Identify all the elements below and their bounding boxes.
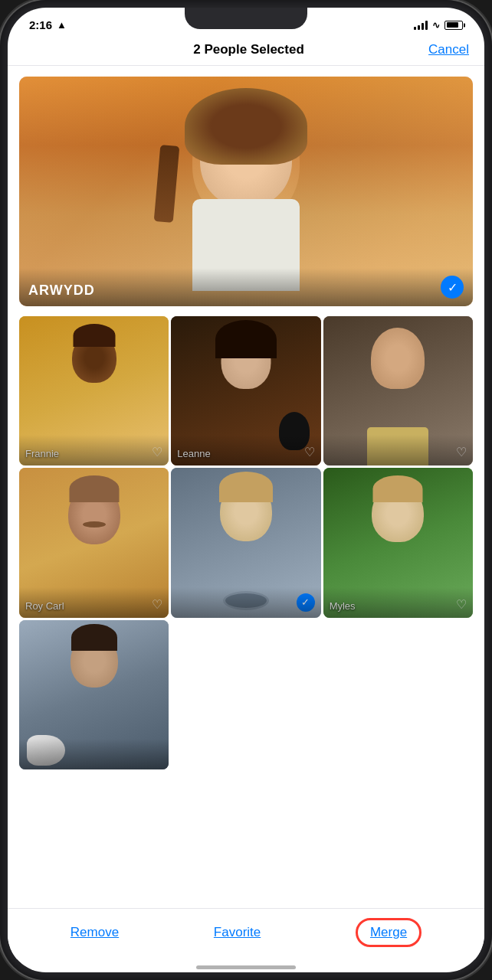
page-title: 2 People Selected	[193, 42, 304, 57]
featured-name: ARWYDD	[28, 283, 95, 299]
notch	[185, 8, 307, 29]
person-cell-myles[interactable]: Myles ♡	[323, 468, 473, 617]
signal-icon	[414, 21, 428, 30]
location-icon: ▲	[57, 19, 67, 31]
home-indicator	[196, 965, 296, 969]
person-cell-teen[interactable]: ✓	[171, 468, 320, 617]
photo-frannie	[19, 316, 169, 466]
person-cell-leanne[interactable]: Leanne ♡	[171, 316, 320, 466]
photo-bald	[323, 316, 473, 466]
phone-frame: 2:16 ▲ ∿ 2 People Selected Cancel	[0, 0, 492, 980]
status-icons: ∿	[414, 20, 463, 31]
photo-teen	[171, 468, 320, 617]
status-time-area: 2:16 ▲	[29, 18, 67, 31]
remove-button[interactable]: Remove	[71, 925, 119, 940]
time-display: 2:16	[29, 18, 52, 31]
phone-screen: 2:16 ▲ ∿ 2 People Selected Cancel	[8, 8, 484, 972]
wifi-icon: ∿	[432, 20, 440, 31]
featured-bottom-bar: ARWYDD ✓	[19, 268, 473, 306]
person-cell-bald[interactable]: ♡	[323, 316, 473, 466]
action-bar: Remove Favorite Merge	[8, 908, 484, 959]
favorite-button[interactable]: Favorite	[214, 925, 261, 940]
person-cell-womandog[interactable]	[19, 620, 169, 769]
featured-person-card[interactable]: ARWYDD ✓	[19, 77, 473, 306]
person-cell-roycarl[interactable]: Roy Carl ♡	[19, 468, 169, 617]
featured-check-icon: ✓	[441, 276, 464, 299]
battery-icon	[444, 21, 463, 30]
nav-bar: 2 People Selected Cancel	[8, 36, 484, 66]
people-grid: Frannie ♡ Leanne ♡	[8, 314, 484, 772]
photo-womandog	[19, 620, 169, 769]
photo-myles	[323, 468, 473, 617]
person-cell-frannie[interactable]: Frannie ♡	[19, 316, 169, 466]
photo-leanne	[171, 316, 320, 466]
merge-button[interactable]: Merge	[356, 918, 421, 947]
cancel-button[interactable]: Cancel	[428, 42, 469, 57]
photo-roycarl	[19, 468, 169, 617]
content-area: ARWYDD ✓ Frannie ♡	[8, 66, 484, 908]
